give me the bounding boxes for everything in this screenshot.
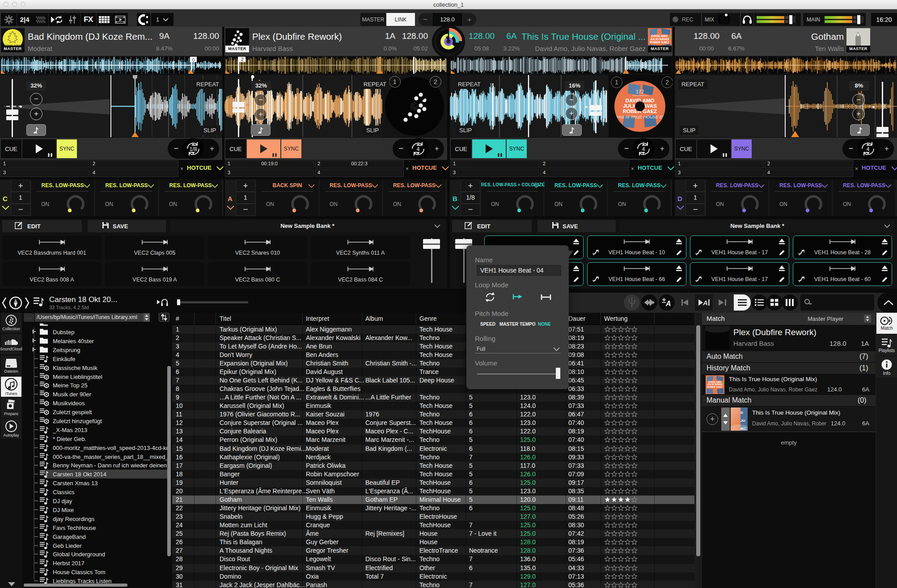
svg-text:ROBER GAEZ: ROBER GAEZ [707, 386, 722, 388]
svg-text:4: 4 [867, 146, 870, 152]
svg-text:A: A [702, 299, 708, 306]
